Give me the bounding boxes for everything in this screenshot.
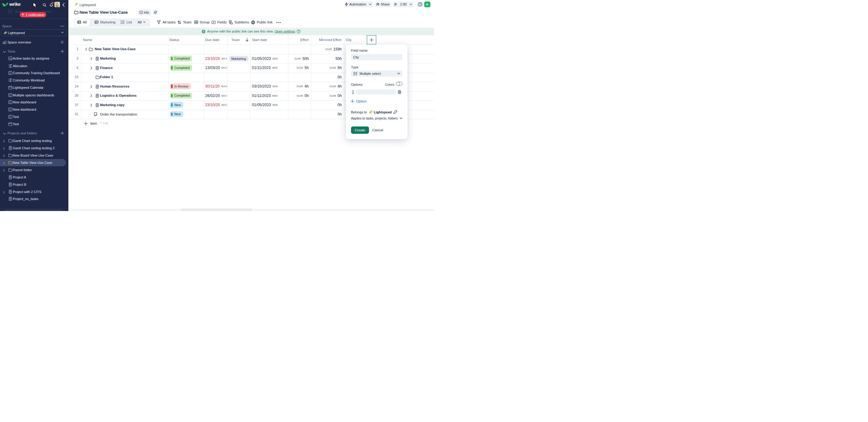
svg-text:wrike: wrike [9, 2, 21, 6]
